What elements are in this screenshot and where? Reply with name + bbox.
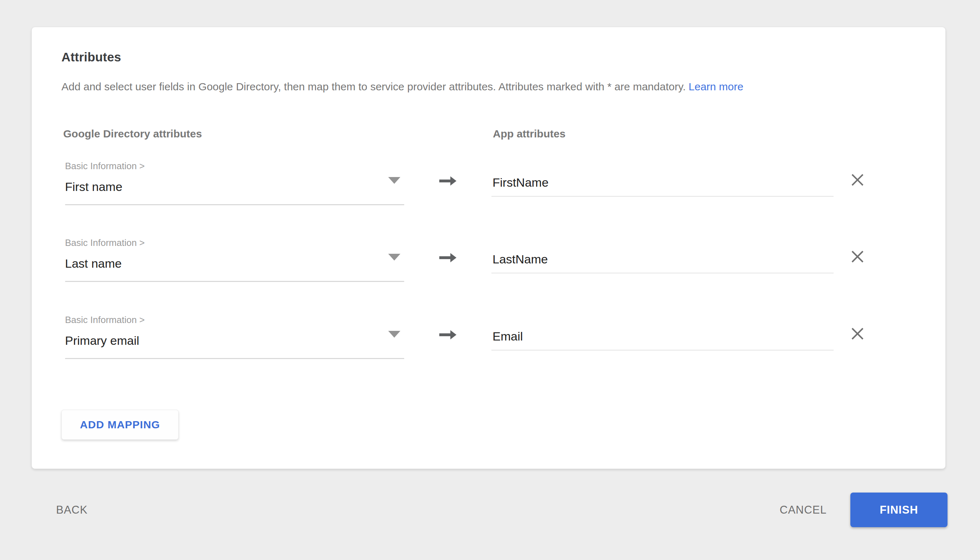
remove-mapping-button[interactable] (848, 171, 867, 189)
input-underline (491, 273, 833, 273)
dropdown-underline (65, 281, 404, 282)
directory-attribute-value: First name (65, 180, 122, 194)
column-header-app-attributes: App attributes (493, 128, 565, 140)
column-header-directory-attributes: Google Directory attributes (63, 128, 202, 140)
mapping-row: Basic Information > Last name (32, 237, 946, 313)
page-description: Add and select user fields in Google Dir… (62, 81, 918, 93)
app-attribute-field (491, 327, 833, 352)
app-attribute-input[interactable] (493, 250, 832, 268)
directory-attribute-dropdown[interactable]: Basic Information > Last name (65, 237, 404, 285)
attribute-category-label: Basic Information > (65, 237, 145, 248)
arrow-right-icon (439, 252, 457, 263)
page-title: Attributes (62, 50, 121, 64)
directory-attribute-value: Last name (65, 257, 122, 270)
directory-attribute-dropdown[interactable]: Basic Information > Primary email (65, 314, 404, 362)
dropdown-arrow-icon (388, 331, 401, 338)
back-button[interactable]: BACK (56, 503, 87, 517)
finish-button[interactable]: FINISH (850, 493, 948, 527)
attributes-card: Attributes Add and select user fields in… (32, 27, 946, 469)
dropdown-arrow-icon (388, 254, 401, 260)
app-attribute-input[interactable] (493, 173, 832, 191)
attributes-mapping-screen: Attributes Add and select user fields in… (0, 0, 980, 560)
remove-mapping-button[interactable] (848, 247, 867, 266)
dropdown-underline (65, 204, 404, 205)
learn-more-link[interactable]: Learn more (689, 81, 743, 92)
attribute-category-label: Basic Information > (65, 161, 145, 172)
arrow-right-icon (439, 176, 457, 186)
description-text: Add and select user fields in Google Dir… (62, 81, 686, 92)
remove-mapping-button[interactable] (848, 325, 867, 343)
close-icon (850, 172, 865, 187)
directory-attribute-dropdown[interactable]: Basic Information > First name (65, 160, 404, 208)
app-attribute-input[interactable] (493, 327, 832, 345)
add-mapping-button[interactable]: ADD MAPPING (62, 410, 179, 440)
mapping-row: Basic Information > Primary email (32, 314, 946, 390)
dropdown-underline (65, 358, 404, 359)
close-icon (850, 326, 865, 341)
arrow-right-icon (439, 330, 457, 340)
app-attribute-field (491, 173, 833, 198)
mapping-row: Basic Information > First name (32, 160, 946, 237)
input-underline (491, 196, 833, 197)
cancel-button[interactable]: CANCEL (780, 503, 827, 517)
directory-attribute-value: Primary email (65, 334, 139, 348)
close-icon (850, 249, 865, 264)
attribute-category-label: Basic Information > (65, 315, 145, 325)
input-underline (491, 350, 833, 350)
app-attribute-field (491, 250, 833, 275)
dropdown-arrow-icon (388, 177, 401, 184)
